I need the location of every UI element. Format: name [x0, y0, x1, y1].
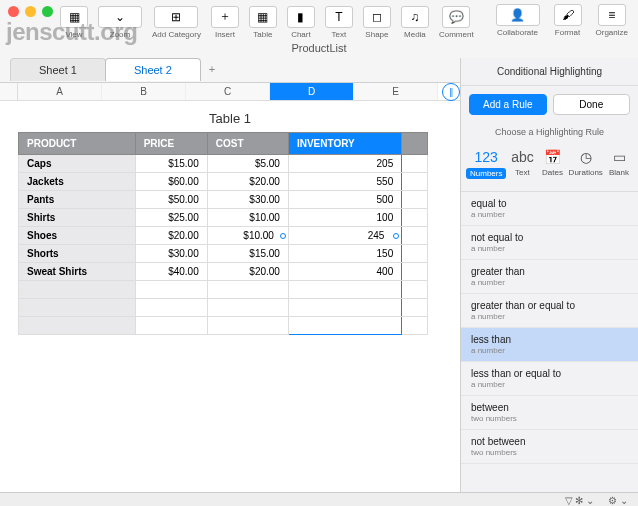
cell-empty[interactable] — [402, 317, 428, 335]
cell-price[interactable] — [135, 281, 207, 299]
cell-inventory[interactable]: 150 — [288, 245, 401, 263]
cell-product[interactable] — [19, 299, 136, 317]
zoom-button[interactable]: ⌄ — [98, 6, 142, 28]
rule-less-than[interactable]: less thana number — [461, 328, 638, 362]
selection-handle-icon[interactable] — [393, 233, 399, 239]
add-category-button[interactable]: ⊞ — [154, 6, 198, 28]
cell-cost[interactable]: $10.00 — [207, 209, 288, 227]
rule-type-blank[interactable]: ▭Blank — [604, 147, 634, 183]
cell-empty[interactable] — [402, 209, 428, 227]
cell-cost[interactable]: $10.00 — [207, 227, 288, 245]
cell-cost[interactable]: $5.00 — [207, 155, 288, 173]
cell-product[interactable]: Shirts — [19, 209, 136, 227]
cell-inventory[interactable]: 245 — [288, 227, 401, 245]
cell-empty[interactable] — [402, 191, 428, 209]
organize-button[interactable]: ≡ — [598, 4, 626, 26]
rule-less-than-or-equal-to[interactable]: less than or equal toa number — [461, 362, 638, 396]
cell-cost[interactable] — [207, 281, 288, 299]
rule-between[interactable]: betweentwo numbers — [461, 396, 638, 430]
header-cost[interactable]: COST — [207, 133, 288, 155]
cell-product[interactable]: Shorts — [19, 245, 136, 263]
rule-greater-than-or-equal-to[interactable]: greater than or equal toa number — [461, 294, 638, 328]
cell-price[interactable] — [135, 299, 207, 317]
insert-button[interactable]: ＋ — [211, 6, 239, 28]
header-price[interactable]: PRICE — [135, 133, 207, 155]
rule-type-dates[interactable]: 📅Dates — [537, 147, 567, 183]
cell-product[interactable]: Caps — [19, 155, 136, 173]
format-button[interactable]: 🖌 — [554, 4, 582, 26]
add-sheet-button[interactable]: + — [200, 58, 224, 81]
minimize-icon[interactable] — [25, 6, 36, 17]
corner-cell[interactable] — [0, 83, 18, 100]
header-empty[interactable] — [402, 133, 428, 155]
gear-icon[interactable]: ⚙ ⌄ — [608, 495, 628, 506]
media-button[interactable]: ♫ — [401, 6, 429, 28]
add-column-handle[interactable]: ∥ — [442, 83, 460, 101]
rule-not-between[interactable]: not betweentwo numbers — [461, 430, 638, 464]
header-product[interactable]: PRODUCT — [19, 133, 136, 155]
cell-price[interactable] — [135, 317, 207, 335]
done-button[interactable]: Done — [553, 94, 631, 115]
cell-price[interactable]: $25.00 — [135, 209, 207, 227]
zoom-icon[interactable] — [42, 6, 53, 17]
text-button[interactable]: T — [325, 6, 353, 28]
cell-inventory[interactable] — [288, 299, 401, 317]
rule-type-durations[interactable]: ◷Durations — [567, 147, 604, 183]
cell-product[interactable]: Jackets — [19, 173, 136, 191]
table-button[interactable]: ▦ — [249, 6, 277, 28]
sheet-tab-2[interactable]: Sheet 2 — [105, 58, 201, 81]
selection-handle-icon[interactable] — [280, 233, 286, 239]
cell-empty[interactable] — [402, 173, 428, 191]
cell-cost[interactable]: $30.00 — [207, 191, 288, 209]
cell-price[interactable]: $60.00 — [135, 173, 207, 191]
header-inventory[interactable]: INVENTORY — [288, 133, 401, 155]
rule-not-equal-to[interactable]: not equal toa number — [461, 226, 638, 260]
cell-empty[interactable] — [402, 245, 428, 263]
cell-price[interactable]: $20.00 — [135, 227, 207, 245]
table-title[interactable]: Table 1 — [0, 101, 460, 132]
cell-price[interactable]: $50.00 — [135, 191, 207, 209]
chart-button[interactable]: ▮ — [287, 6, 315, 28]
col-header-d[interactable]: D — [270, 83, 354, 100]
rule-greater-than[interactable]: greater thana number — [461, 260, 638, 294]
cell-empty[interactable] — [402, 299, 428, 317]
cell-cost[interactable]: $15.00 — [207, 245, 288, 263]
filter-icon[interactable]: ▽ ✻ ⌄ — [565, 495, 595, 506]
comment-button[interactable]: 💬 — [442, 6, 470, 28]
cell-inventory[interactable]: 205 — [288, 155, 401, 173]
cell-inventory[interactable]: 100 — [288, 209, 401, 227]
cell-cost[interactable] — [207, 299, 288, 317]
cell-inventory[interactable] — [288, 317, 401, 335]
rule-equal-to[interactable]: equal toa number — [461, 192, 638, 226]
cell-inventory[interactable] — [288, 281, 401, 299]
cell-cost[interactable] — [207, 317, 288, 335]
cell-price[interactable]: $30.00 — [135, 245, 207, 263]
cell-empty[interactable] — [402, 263, 428, 281]
cell-inventory[interactable]: 550 — [288, 173, 401, 191]
cell-empty[interactable] — [402, 281, 428, 299]
cell-product[interactable]: Sweat Shirts — [19, 263, 136, 281]
cell-empty[interactable] — [402, 227, 428, 245]
cell-cost[interactable]: $20.00 — [207, 263, 288, 281]
close-icon[interactable] — [8, 6, 19, 17]
cell-product[interactable]: Shoes — [19, 227, 136, 245]
cell-product[interactable]: Pants — [19, 191, 136, 209]
col-header-c[interactable]: C — [186, 83, 270, 100]
cell-product[interactable] — [19, 281, 136, 299]
collaborate-button[interactable]: 👤 — [496, 4, 540, 26]
col-header-b[interactable]: B — [102, 83, 186, 100]
cell-price[interactable]: $15.00 — [135, 155, 207, 173]
rule-type-text[interactable]: abcText — [507, 147, 537, 183]
view-button[interactable]: ▦ — [60, 6, 88, 28]
add-rule-button[interactable]: Add a Rule — [469, 94, 547, 115]
rule-type-numbers[interactable]: 123Numbers — [465, 147, 507, 183]
cell-inventory[interactable]: 400 — [288, 263, 401, 281]
cell-empty[interactable] — [402, 155, 428, 173]
sheet-tab-1[interactable]: Sheet 1 — [10, 58, 106, 81]
cell-cost[interactable]: $20.00 — [207, 173, 288, 191]
col-header-a[interactable]: A — [18, 83, 102, 100]
cell-inventory[interactable]: 500 — [288, 191, 401, 209]
col-header-e[interactable]: E — [354, 83, 438, 100]
sheet-canvas[interactable]: A B C D E ∥ Table 1 PRODUCT PRICE COST I… — [0, 82, 460, 492]
cell-product[interactable] — [19, 317, 136, 335]
